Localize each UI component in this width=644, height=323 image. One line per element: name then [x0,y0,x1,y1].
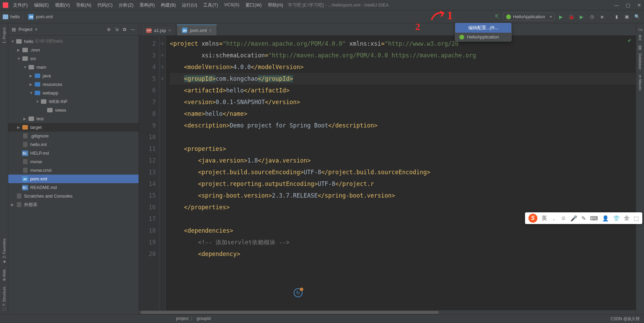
menu-item[interactable]: 工具(T) [201,1,220,9]
tree-row[interactable]: mpom.xml [8,175,139,183]
breadcrumb-file[interactable]: pom.xml [36,14,53,19]
code-line[interactable]: <spring-boot.version>2.3.7.RELEASE</spri… [170,190,636,201]
fold-gutter[interactable]: ⊟⊟⊟⊟ [160,36,166,314]
tree-arrow[interactable]: ▼ [30,91,34,95]
ime-skin[interactable]: 👕 [613,215,620,222]
close-icon[interactable]: × [209,28,212,33]
project-structure-button[interactable]: ▣ [623,13,631,21]
tree-row[interactable]: .gitignore [8,132,139,140]
tree-arrow[interactable]: ▶ [17,125,22,129]
close-icon[interactable]: × [168,28,171,33]
run-config-item[interactable]: HelloApplication [455,33,511,41]
tree-row[interactable]: ▶java [8,71,139,80]
run-config-selector[interactable]: HelloApplication [503,13,555,21]
menu-item[interactable]: 重构(R) [138,1,157,9]
tree-arrow[interactable]: ▼ [11,40,16,43]
menu-item[interactable]: 分析(Z) [117,1,135,9]
ime-full[interactable]: 全 [624,215,630,222]
tree-row[interactable]: Scratches and Consoles [8,192,139,200]
ant-tool-button[interactable]: Ant [637,32,643,43]
code-line[interactable]: <modelVersion>4.0.0</modelVersion> [170,61,636,73]
code-line[interactable]: <dependency> [170,248,636,260]
profile-button[interactable]: ◷ [588,13,596,21]
tree-arrow[interactable]: ▼ [17,57,22,60]
favorites-tool-button[interactable]: ★ 2: Favorites [1,236,7,267]
inspection-ok-icon[interactable]: ✔ [627,38,632,43]
build-button[interactable]: ↸ [493,13,501,21]
tree-row[interactable]: views [8,106,139,114]
tree-arrow[interactable]: ▶ [11,203,16,207]
run-button[interactable]: ▶ [557,13,565,21]
stop-button[interactable]: ■ [598,13,606,21]
maven-tool-button[interactable]: m Maven [637,72,643,93]
ime-lang[interactable]: 英 [542,215,547,222]
database-tool-button[interactable]: Database [637,51,643,72]
editor-tab[interactable]: mpom.xml× [177,24,217,35]
coverage-button[interactable]: ▶ [577,13,586,21]
code-line[interactable]: </properties> [170,201,636,213]
expand-button[interactable]: ⇲ [115,27,119,32]
minimize-button[interactable]: — [614,2,619,8]
ime-emoji[interactable]: ☺ [561,215,566,221]
menu-item[interactable]: 帮助(H) [266,1,285,9]
h-scrollbar-thumb[interactable] [141,311,439,314]
breadcrumb-project[interactable]: hello [10,14,20,19]
menu-item[interactable]: 代码(C) [95,1,114,9]
tree-row[interactable]: ▶test [8,114,139,123]
project-tool-button[interactable]: 1: Project [1,25,7,46]
tree-row[interactable]: ▼WEB-INF [8,97,139,106]
code-line[interactable]: <description>Demo project for Spring Boo… [170,120,636,131]
tree-row[interactable]: M↓README.md [8,183,139,192]
close-button[interactable]: ✕ [637,2,641,8]
menu-item[interactable]: 构建(B) [159,1,178,9]
tree-row[interactable]: ▶target [8,123,139,132]
sogou-icon[interactable]: S [528,214,537,223]
menu-item[interactable]: 窗口(W) [243,1,264,9]
ime-menu[interactable]: ⬚ [634,215,639,222]
tree-row[interactable]: ▼main [8,63,139,71]
code-line[interactable]: <artifactId>hello</artifactId> [170,85,636,96]
menu-item[interactable]: 导航(N) [74,1,93,9]
tree-arrow[interactable]: ▶ [23,117,28,121]
editor-breadcrumbs[interactable]: project 〉 groupId [176,316,211,322]
tree-arrow[interactable]: ▶ [30,82,34,86]
code-line[interactable]: <java.version>1.8</java.version> [170,155,636,166]
ime-user[interactable]: 👤 [602,215,609,222]
debug-button[interactable]: 🐞 [567,13,575,21]
tree-row[interactable]: hello.iml [8,140,139,149]
code-line[interactable]: <project.build.sourceEncoding>UTF-8</pro… [170,166,636,178]
project-tree[interactable]: ▼helloE:\学习吧\hello▶.mvn▼src▼main▶java▶re… [8,36,139,314]
code-line[interactable]: <groupId>com.kongchao</groupId> [170,73,636,85]
code-line[interactable]: <!-- 添加servlet依赖模块 --> [170,236,636,248]
menu-item[interactable]: 编辑(E) [32,1,51,9]
code-body[interactable]: <project xmlns="http://maven.apache.org/… [166,36,636,314]
git-button[interactable]: ▮ [612,13,621,21]
tree-arrow[interactable]: ▼ [23,65,28,69]
code-line[interactable]: xsi:schemaLocation="http://maven.apache.… [170,49,636,61]
h-scrollbar[interactable] [139,310,636,314]
tree-row[interactable]: ▼webapp [8,89,139,97]
collapse-button[interactable]: — [131,27,135,32]
code-line[interactable] [170,131,636,143]
tree-row[interactable]: M↓HELP.md [8,149,139,157]
code-line[interactable]: <properties> [170,143,636,155]
tree-row[interactable]: ▶resources [8,80,139,89]
tree-row[interactable]: ▼helloE:\学习吧\hello [8,37,139,46]
search-button[interactable]: 🔍 [633,13,641,21]
tree-arrow[interactable]: ▶ [17,48,22,52]
menu-item[interactable]: 视图(V) [53,1,72,9]
maximize-button[interactable]: ▢ [626,2,630,8]
dropdown-icon[interactable]: ▾ [35,27,37,32]
tree-row[interactable]: ▶外部库 [8,200,139,209]
code-line[interactable]: <project.reporting.outputEncoding>UTF-8<… [170,178,636,190]
ime-keyboard[interactable]: ⌨ [590,215,598,222]
structure-tool-button[interactable]: ⬚ 7: Structure [1,284,7,314]
settings-icon[interactable]: ✿ [123,27,127,32]
maven-reload-icon[interactable]: ↻ [294,288,303,297]
menu-item[interactable]: 运行(U) [180,1,199,9]
edit-configurations-item[interactable]: 编辑配置...(R... [455,23,511,33]
menu-item[interactable]: VCS(S) [222,1,241,9]
web-tool-button[interactable]: ⊕ Web [1,267,7,284]
editor-tab[interactable]: JSPa1.jsp× [141,25,176,35]
locate-button[interactable]: ⊕ [107,27,111,32]
